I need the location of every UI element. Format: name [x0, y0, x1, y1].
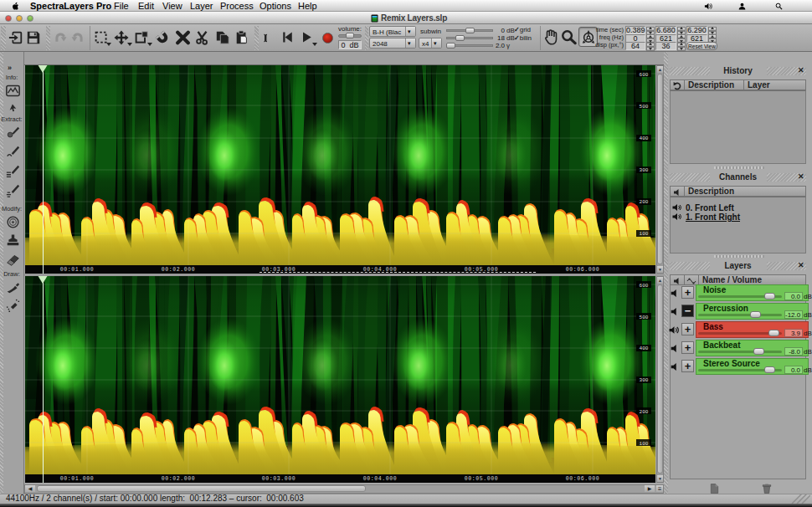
svg-text:600: 600: [640, 283, 649, 289]
svg-text:300: 300: [640, 167, 649, 173]
svg-text:00:06.000: 00:06.000: [566, 476, 600, 482]
svg-text:500: 500: [640, 315, 649, 320]
svg-text:00:05.000: 00:05.000: [465, 476, 499, 482]
svg-text:00:02.000: 00:02.000: [162, 267, 196, 273]
svg-text:00:03.000: 00:03.000: [262, 476, 296, 482]
svg-text:00:06.000: 00:06.000: [566, 267, 600, 273]
svg-text:400: 400: [640, 136, 649, 141]
svg-text:100: 100: [640, 231, 649, 237]
svg-text:200: 200: [640, 409, 649, 415]
svg-text:00:04.000: 00:04.000: [363, 476, 398, 482]
svg-text:600: 600: [640, 72, 649, 78]
svg-text:500: 500: [640, 104, 649, 110]
svg-text:00:01.000: 00:01.000: [60, 476, 95, 482]
svg-text:200: 200: [640, 199, 649, 205]
svg-text:300: 300: [640, 377, 649, 383]
svg-text:400: 400: [640, 346, 649, 351]
svg-text:00:02.000: 00:02.000: [162, 476, 196, 482]
svg-text:00:01.000: 00:01.000: [60, 267, 95, 273]
svg-text:100: 100: [640, 441, 649, 447]
